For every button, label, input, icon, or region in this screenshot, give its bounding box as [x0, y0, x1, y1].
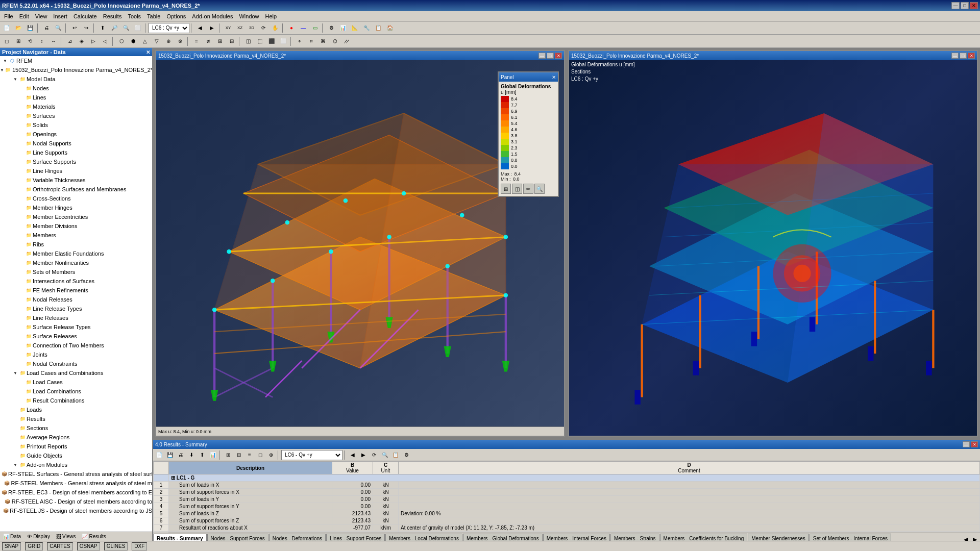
tree-container[interactable]: ▼ ⬡ RFEM ▼ 📁 15032_Buozzi_Polo Innovazio…	[0, 56, 152, 532]
rt-btn11[interactable]: ⊕	[266, 450, 276, 460]
tree-item-materials[interactable]: 📁 Materials	[0, 102, 152, 111]
tb-open[interactable]: 📂	[13, 22, 24, 34]
viewport-right-minimize[interactable]: —	[951, 53, 959, 59]
menu-tools[interactable]: Tools	[125, 12, 144, 20]
tree-item-addon5[interactable]: 📦 RF-STEEL JS - Design of steel members …	[0, 506, 152, 515]
tb-new[interactable]: 📄	[1, 22, 12, 34]
tb2-6[interactable]: ⊿	[64, 36, 76, 47]
tree-item-member-hinges[interactable]: 📁 Member Hinges	[0, 203, 152, 212]
rt-more2[interactable]: ⚙	[401, 450, 411, 460]
tab-scroll-right[interactable]: ▶	[971, 536, 979, 541]
tab-10[interactable]: Set of Members - Internal Forces	[810, 534, 891, 541]
tab-1[interactable]: Nodes - Support Forces	[207, 534, 268, 541]
status-grid[interactable]: GRID	[25, 542, 43, 550]
tb-undo[interactable]: ↩	[69, 22, 80, 34]
tb2-8[interactable]: ▷	[88, 36, 99, 47]
status-cartes[interactable]: CARTES	[47, 542, 72, 550]
tree-item-load-combinations[interactable]: 📁 Load Combinations	[0, 387, 152, 396]
tree-item-member-divisions[interactable]: 📁 Member Divisions	[0, 221, 152, 231]
tb2-25[interactable]: ⌗	[306, 36, 317, 47]
rt-prev[interactable]: ◀	[348, 450, 358, 460]
tb-view1[interactable]: XY	[223, 22, 234, 34]
tb-more6[interactable]: 🏠	[384, 22, 396, 34]
tb-more1[interactable]: ⚙	[326, 22, 337, 34]
tb2-16[interactable]: ≡	[191, 36, 202, 47]
tb2-19[interactable]: ⊟	[226, 36, 237, 47]
tree-item-line-release-types[interactable]: 📁 Line Release Types	[0, 304, 152, 313]
tree-item-members[interactable]: 📁 Members	[0, 231, 152, 240]
close-button[interactable]: ✕	[970, 2, 978, 9]
tb2-26[interactable]: ⌘	[317, 36, 329, 47]
tree-item-nodal-releases[interactable]: 📁 Nodal Releases	[0, 295, 152, 304]
rt-filter[interactable]: 🔍	[380, 450, 390, 460]
tree-item-variable-thicknesses[interactable]: 📁 Variable Thicknesses	[0, 176, 152, 185]
rt-btn1[interactable]: 📄	[154, 450, 164, 460]
viewport-left-maximize[interactable]: □	[547, 53, 554, 59]
tb-save[interactable]: 💾	[24, 22, 36, 34]
tree-item-fe-mesh[interactable]: 📁 FE Mesh Refinements	[0, 286, 152, 295]
panel-btn2[interactable]: ◫	[512, 184, 522, 194]
tree-item-sets-of-members[interactable]: 📁 Sets of Members	[0, 267, 152, 277]
tab-6[interactable]: Members - Internal Forces	[543, 534, 610, 541]
maximize-button[interactable]: □	[961, 2, 969, 9]
tb-node[interactable]: ●	[286, 22, 297, 34]
tree-item-ribs[interactable]: 📁 Ribs	[0, 240, 152, 249]
tb-prev[interactable]: ◀	[194, 22, 206, 34]
tb-zoom-in[interactable]: 🔎	[109, 22, 120, 34]
tree-item-addon3[interactable]: 📦 RF-STEEL EC3 - Design of steel members…	[0, 488, 152, 497]
tree-item-surface-supports[interactable]: 📁 Surface Supports	[0, 157, 152, 166]
results-minimize[interactable]: —	[963, 441, 970, 447]
tb2-15[interactable]: ⊗	[175, 36, 186, 47]
tb2-12[interactable]: △	[139, 36, 151, 47]
float-close[interactable]: ✕	[552, 74, 556, 80]
tb2-27[interactable]: ⌬	[329, 36, 340, 47]
tree-item-model-data[interactable]: ▼ 📁 Model Data	[0, 74, 152, 84]
viewport-left-close[interactable]: ✕	[555, 53, 562, 59]
tb-line[interactable]: —	[298, 22, 309, 34]
tb2-4[interactable]: ↕	[36, 36, 47, 47]
tb-select[interactable]: ⬆	[97, 22, 108, 34]
tb2-20[interactable]: ◫	[242, 36, 254, 47]
tree-item-member-elastic[interactable]: 📁 Member Elastic Foundations	[0, 249, 152, 258]
tree-item-addon2[interactable]: 📦 RF-STEEL Members - General stress anal…	[0, 479, 152, 488]
tree-item-lines[interactable]: 📁 Lines	[0, 93, 152, 102]
status-dxf[interactable]: DXF	[132, 542, 147, 550]
menu-view[interactable]: View	[32, 12, 51, 20]
nav-results-btn[interactable]: 📈 Results	[80, 533, 108, 540]
tree-item-printout-reports[interactable]: 📁 Printout Reports	[0, 442, 152, 451]
rt-btn7[interactable]: ⊞	[223, 450, 233, 460]
tb-print[interactable]: 🖨	[41, 22, 52, 34]
tree-item-intersections[interactable]: 📁 Intersections of Surfaces	[0, 277, 152, 286]
tb2-5[interactable]: ↔	[48, 36, 59, 47]
rt-btn5[interactable]: ⬆	[197, 450, 207, 460]
rt-btn10[interactable]: ◻	[255, 450, 265, 460]
tree-item-cross-sections[interactable]: 📁 Cross-Sections	[0, 194, 152, 203]
panel-btn1[interactable]: ⊞	[501, 184, 511, 194]
tree-item-nodal-constraints[interactable]: 📁 Nodal Constraints	[0, 359, 152, 368]
tree-item-solids[interactable]: 📁 Solids	[0, 120, 152, 130]
tb2-7[interactable]: ◈	[76, 36, 87, 47]
tab-2[interactable]: Nodes - Deformations	[269, 534, 326, 541]
tb2-22[interactable]: ⬛	[266, 36, 277, 47]
rt-btn2[interactable]: 💾	[165, 450, 175, 460]
nav-data-btn[interactable]: 📊 Data	[1, 533, 23, 540]
status-snap[interactable]: SNAP	[2, 542, 21, 550]
tree-item-guide-objects[interactable]: 📁 Guide Objects	[0, 451, 152, 460]
menu-edit[interactable]: Edit	[16, 12, 32, 20]
tb2-1[interactable]: ◻	[1, 36, 12, 47]
tb-zoom-all[interactable]: ⬜	[132, 22, 143, 34]
panel-btn3[interactable]: ✏	[523, 184, 533, 194]
tree-item-addon-modules[interactable]: ▼ 📁 Add-on Modules	[0, 460, 152, 469]
rt-btn4[interactable]: ⬇	[186, 450, 197, 460]
tree-item-load-cases-combinations[interactable]: ▼ 📁 Load Cases and Combinations	[0, 368, 152, 378]
tb-surface[interactable]: ▭	[309, 22, 321, 34]
tb-next[interactable]: ▶	[206, 22, 217, 34]
tree-item-connection-two-members[interactable]: 📁 Connection of Two Members	[0, 341, 152, 350]
tb-pan[interactable]: ✋	[270, 22, 281, 34]
menu-table[interactable]: Table	[144, 12, 163, 20]
tab-3[interactable]: Lines - Support Forces	[326, 534, 385, 541]
tb-more4[interactable]: 🔧	[361, 22, 372, 34]
tab-0[interactable]: Results - Summary	[153, 534, 207, 541]
tree-item-member-nonlinearities[interactable]: 📁 Member Nonlinearities	[0, 258, 152, 267]
rt-refresh[interactable]: ⟳	[369, 450, 379, 460]
